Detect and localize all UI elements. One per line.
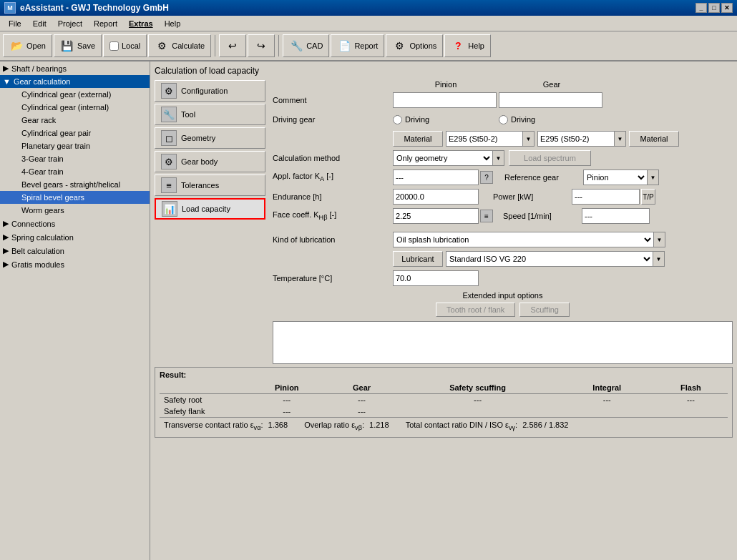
redo-icon: ↪ [254, 39, 268, 53]
geometry-button[interactable]: ◻ Geometry [155, 127, 265, 149]
driving-gear-radio[interactable] [499, 115, 508, 124]
sidebar-group-gear[interactable]: ▼ Gear calculation [0, 75, 150, 88]
lubrication-label: Kind of lubrication [273, 235, 393, 244]
face-coeff-calc-icon[interactable]: ≡ [480, 210, 493, 222]
ref-gear-dropdown[interactable]: ▼ [648, 170, 659, 185]
toolbar-separator [215, 35, 215, 57]
sidebar-group-shaft[interactable]: ▶ Shaft / bearings [0, 62, 150, 75]
calculate-icon: ⚙ [155, 39, 169, 53]
endurance-label: Endurance [h] [273, 192, 393, 201]
calc-method-dropdown[interactable]: ▼ [493, 150, 504, 166]
sidebar-group-belt[interactable]: ▶ Belt calculation [0, 244, 150, 257]
material-gear-button[interactable]: Material [629, 131, 679, 147]
safety-root-flash: --- [654, 394, 728, 406]
appl-factor-input[interactable] [393, 170, 479, 185]
local-checkbox[interactable] [109, 41, 119, 51]
sidebar-item-gear-rack[interactable]: Gear rack [0, 114, 150, 127]
menu-report[interactable]: Report [88, 18, 123, 29]
lubrication-select[interactable]: Oil splash lubrication [393, 232, 654, 247]
maximize-button[interactable]: □ [708, 3, 720, 13]
open-button[interactable]: 📂 Open [3, 34, 52, 57]
gear-triangle-icon: ▼ [3, 77, 11, 86]
menu-edit[interactable]: Edit [27, 18, 52, 29]
material-gear-dropdown[interactable]: ▼ [615, 131, 626, 147]
sidebar-item-cylindrical-pair[interactable]: Cylindrical gear pair [0, 127, 150, 139]
safety-flank-gear: --- [328, 406, 396, 417]
driving-gear-label: Driving gear [273, 115, 393, 124]
sidebar-item-4gear[interactable]: 4-Gear train [0, 165, 150, 178]
appl-factor-label: Appl. factor KA [-] [273, 172, 393, 182]
sidebar-group-connections[interactable]: ▶ Connections [0, 217, 150, 230]
speed-input[interactable] [582, 208, 650, 224]
ref-gear-select[interactable]: Pinion [583, 170, 648, 185]
report-button[interactable]: 📄 Report [331, 34, 384, 57]
driving-pinion-radio[interactable] [393, 115, 402, 124]
sidebar-item-spiral[interactable]: Spiral bevel gears [0, 191, 150, 204]
face-coeff-input[interactable] [393, 208, 479, 224]
sidebar-item-bevel[interactable]: Bevel gears - straight/helical [0, 178, 150, 191]
sidebar-item-cylindrical-int[interactable]: Cylindrical gear (internal) [0, 101, 150, 114]
sidebar-item-cylindrical-ext[interactable]: Cylindrical gear (external) [0, 88, 150, 101]
menu-extras[interactable]: Extras [123, 18, 159, 29]
cad-icon: 🔧 [289, 39, 303, 53]
power-unit-button[interactable]: T/P [641, 189, 655, 205]
sidebar-item-3gear[interactable]: 3-Gear train [0, 152, 150, 165]
material-gear-input[interactable] [537, 131, 615, 147]
calculate-button[interactable]: ⚙ Calculate [148, 34, 211, 57]
safety-root-gear: --- [328, 394, 396, 406]
scuffing-button[interactable]: Scuffing [519, 303, 570, 317]
sidebar-group-spring[interactable]: ▶ Spring calculation [0, 230, 150, 244]
material-pinion-dropdown[interactable]: ▼ [523, 131, 535, 147]
configuration-icon: ⚙ [161, 83, 177, 99]
menu-project[interactable]: Project [52, 18, 88, 29]
undo-icon: ↩ [225, 39, 240, 53]
speed-label: Speed [1/min] [503, 212, 582, 220]
sidebar-item-worm[interactable]: Worm gears [0, 204, 150, 217]
redo-button[interactable]: ↪ [248, 34, 275, 57]
menu-help[interactable]: Help [159, 18, 187, 29]
tooth-root-button[interactable]: Tooth root / flank [436, 303, 515, 317]
menu-bar: File Edit Project Report Extras Help [0, 16, 737, 31]
minimize-button[interactable]: _ [695, 3, 707, 13]
ref-gear-label: Reference gear [504, 173, 583, 182]
lubricant-select[interactable]: Standard ISO VG 220 [446, 251, 653, 267]
tolerances-button[interactable]: ≡ Tolerances [155, 175, 265, 196]
load-capacity-button[interactable]: 📊 Load capacity [155, 198, 265, 220]
power-input[interactable] [572, 189, 640, 205]
connections-triangle-icon: ▶ [3, 219, 9, 228]
menu-file[interactable]: File [3, 18, 27, 29]
safety-root-label: Safety root [160, 394, 245, 406]
lubricant-button[interactable]: Lubricant [393, 251, 443, 267]
window-title: eAssistant - GWJ Technology GmbH [20, 3, 169, 13]
tolerances-icon: ≡ [161, 177, 177, 193]
endurance-input[interactable] [393, 189, 479, 205]
load-spectrum-button[interactable]: Load spectrum [509, 150, 591, 166]
result-table-container: Result: Pinion Gear Safety scuffing Inte… [155, 367, 733, 438]
temperature-input[interactable] [393, 270, 479, 286]
local-button[interactable]: Local [103, 34, 147, 57]
tool-button[interactable]: 🔧 Tool [155, 104, 265, 125]
options-button[interactable]: ⚙ Options [386, 34, 443, 57]
lubrication-dropdown[interactable]: ▼ [654, 232, 665, 247]
undo-button[interactable]: ↩ [219, 34, 246, 57]
help-button[interactable]: ? Help [444, 34, 491, 57]
comment-pinion-input[interactable] [393, 92, 497, 108]
calc-method-select[interactable]: Only geometry [393, 150, 493, 166]
sidebar-group-gratis[interactable]: ▶ Gratis modules [0, 257, 150, 271]
result-label: Result: [160, 370, 728, 379]
geometry-icon: ◻ [161, 130, 177, 146]
gear-body-icon: ⚙ [161, 154, 177, 170]
close-button[interactable]: ✕ [721, 3, 733, 13]
save-button[interactable]: 💾 Save [54, 34, 102, 57]
appl-factor-help-icon[interactable]: ? [480, 171, 493, 184]
comment-gear-input[interactable] [499, 92, 602, 108]
material-pinion-input[interactable] [446, 131, 523, 147]
material-pinion-button[interactable]: Material [393, 131, 443, 147]
gear-body-button[interactable]: ⚙ Gear body [155, 151, 265, 172]
cad-button[interactable]: 🔧 CAD [283, 34, 329, 57]
total-contact-label: Total contact ratio DIN / ISO εvγ: [406, 421, 518, 429]
lubricant-dropdown[interactable]: ▼ [653, 251, 665, 267]
configuration-button[interactable]: ⚙ Configuration [155, 80, 265, 102]
driving-gear-label: Driving [511, 115, 535, 124]
sidebar-item-planetary[interactable]: Planetary gear train [0, 139, 150, 152]
